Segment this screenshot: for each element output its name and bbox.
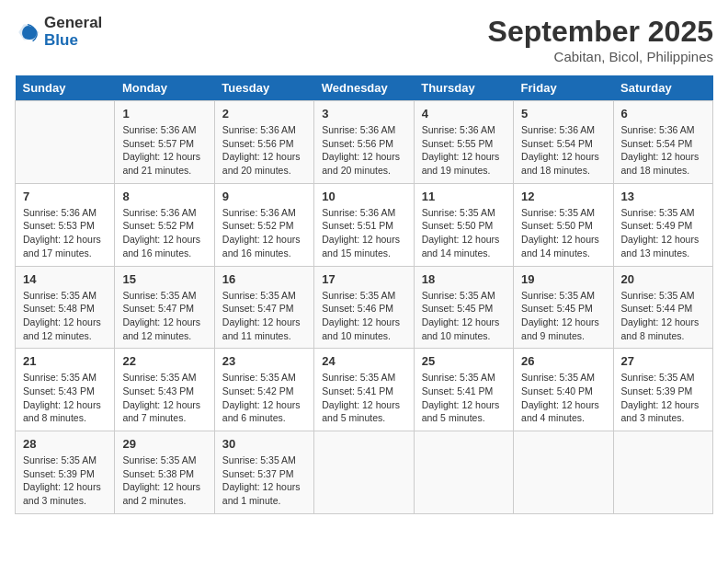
calendar-cell: 24Sunrise: 5:35 AM Sunset: 5:41 PM Dayli… bbox=[314, 349, 414, 431]
day-info: Sunrise: 5:35 AM Sunset: 5:37 PM Dayligh… bbox=[222, 454, 306, 508]
day-info: Sunrise: 5:35 AM Sunset: 5:43 PM Dayligh… bbox=[23, 371, 107, 425]
calendar-table: SundayMondayTuesdayWednesdayThursdayFrid… bbox=[15, 75, 713, 514]
header-thursday: Thursday bbox=[414, 75, 513, 101]
day-info: Sunrise: 5:35 AM Sunset: 5:38 PM Dayligh… bbox=[122, 454, 206, 508]
calendar-cell: 9Sunrise: 5:36 AM Sunset: 5:52 PM Daylig… bbox=[214, 183, 313, 266]
page-header: General Blue September 2025 Cabitan, Bic… bbox=[15, 15, 713, 64]
day-info: Sunrise: 5:35 AM Sunset: 5:44 PM Dayligh… bbox=[621, 289, 705, 343]
calendar-cell: 25Sunrise: 5:35 AM Sunset: 5:41 PM Dayli… bbox=[414, 349, 513, 431]
header-saturday: Saturday bbox=[613, 75, 712, 101]
day-number: 28 bbox=[23, 437, 107, 451]
calendar-cell: 10Sunrise: 5:36 AM Sunset: 5:51 PM Dayli… bbox=[314, 183, 414, 266]
calendar-cell bbox=[514, 431, 613, 514]
day-number: 15 bbox=[122, 272, 206, 286]
header-monday: Monday bbox=[115, 75, 214, 101]
day-info: Sunrise: 5:36 AM Sunset: 5:52 PM Dayligh… bbox=[122, 206, 206, 260]
calendar-week-row: 14Sunrise: 5:35 AM Sunset: 5:48 PM Dayli… bbox=[16, 266, 713, 349]
day-info: Sunrise: 5:36 AM Sunset: 5:56 PM Dayligh… bbox=[222, 123, 306, 178]
calendar-cell: 2Sunrise: 5:36 AM Sunset: 5:56 PM Daylig… bbox=[214, 101, 313, 184]
calendar-cell: 13Sunrise: 5:35 AM Sunset: 5:49 PM Dayli… bbox=[613, 183, 712, 266]
day-number: 27 bbox=[621, 354, 705, 368]
day-info: Sunrise: 5:36 AM Sunset: 5:52 PM Dayligh… bbox=[222, 206, 306, 260]
day-number: 22 bbox=[122, 354, 206, 368]
logo-text: General Blue bbox=[44, 15, 102, 49]
header-wednesday: Wednesday bbox=[314, 75, 414, 101]
day-number: 25 bbox=[422, 354, 506, 368]
day-info: Sunrise: 5:35 AM Sunset: 5:43 PM Dayligh… bbox=[122, 371, 206, 425]
day-info: Sunrise: 5:35 AM Sunset: 5:49 PM Dayligh… bbox=[621, 206, 705, 260]
title-block: September 2025 Cabitan, Bicol, Philippin… bbox=[488, 15, 713, 64]
day-info: Sunrise: 5:35 AM Sunset: 5:45 PM Dayligh… bbox=[521, 289, 605, 343]
calendar-cell: 17Sunrise: 5:35 AM Sunset: 5:46 PM Dayli… bbox=[314, 266, 414, 349]
calendar-cell: 27Sunrise: 5:35 AM Sunset: 5:39 PM Dayli… bbox=[613, 349, 712, 431]
day-number: 4 bbox=[422, 107, 506, 121]
day-info: Sunrise: 5:35 AM Sunset: 5:50 PM Dayligh… bbox=[422, 206, 506, 260]
calendar-title: September 2025 bbox=[488, 15, 713, 49]
calendar-week-row: 7Sunrise: 5:36 AM Sunset: 5:53 PM Daylig… bbox=[16, 183, 713, 266]
calendar-cell: 16Sunrise: 5:35 AM Sunset: 5:47 PM Dayli… bbox=[214, 266, 313, 349]
day-number: 3 bbox=[322, 107, 405, 121]
calendar-cell: 8Sunrise: 5:36 AM Sunset: 5:52 PM Daylig… bbox=[115, 183, 214, 266]
calendar-cell bbox=[314, 431, 414, 514]
calendar-cell: 22Sunrise: 5:35 AM Sunset: 5:43 PM Dayli… bbox=[115, 349, 214, 431]
day-number: 8 bbox=[122, 190, 206, 203]
day-number: 29 bbox=[122, 437, 206, 451]
day-number: 6 bbox=[621, 107, 705, 121]
day-number: 9 bbox=[222, 190, 306, 203]
calendar-cell bbox=[613, 431, 712, 514]
day-number: 16 bbox=[222, 272, 306, 286]
header-tuesday: Tuesday bbox=[214, 75, 313, 101]
calendar-cell: 11Sunrise: 5:35 AM Sunset: 5:50 PM Dayli… bbox=[414, 183, 513, 266]
day-info: Sunrise: 5:36 AM Sunset: 5:51 PM Dayligh… bbox=[322, 206, 405, 260]
calendar-cell: 12Sunrise: 5:35 AM Sunset: 5:50 PM Dayli… bbox=[514, 183, 613, 266]
day-number: 7 bbox=[23, 190, 107, 203]
day-number: 18 bbox=[422, 272, 506, 286]
logo-icon bbox=[15, 19, 40, 45]
calendar-header-row: SundayMondayTuesdayWednesdayThursdayFrid… bbox=[16, 75, 713, 101]
day-info: Sunrise: 5:35 AM Sunset: 5:41 PM Dayligh… bbox=[322, 371, 405, 425]
day-info: Sunrise: 5:36 AM Sunset: 5:55 PM Dayligh… bbox=[422, 123, 506, 178]
calendar-cell: 21Sunrise: 5:35 AM Sunset: 5:43 PM Dayli… bbox=[16, 349, 115, 431]
calendar-cell: 26Sunrise: 5:35 AM Sunset: 5:40 PM Dayli… bbox=[514, 349, 613, 431]
header-sunday: Sunday bbox=[16, 75, 115, 101]
day-number: 14 bbox=[23, 272, 107, 286]
calendar-cell: 29Sunrise: 5:35 AM Sunset: 5:38 PM Dayli… bbox=[115, 431, 214, 514]
calendar-cell: 5Sunrise: 5:36 AM Sunset: 5:54 PM Daylig… bbox=[514, 101, 613, 184]
day-info: Sunrise: 5:35 AM Sunset: 5:42 PM Dayligh… bbox=[222, 371, 306, 425]
calendar-cell: 19Sunrise: 5:35 AM Sunset: 5:45 PM Dayli… bbox=[514, 266, 613, 349]
day-info: Sunrise: 5:36 AM Sunset: 5:57 PM Dayligh… bbox=[122, 123, 206, 178]
day-info: Sunrise: 5:35 AM Sunset: 5:45 PM Dayligh… bbox=[422, 289, 506, 343]
logo: General Blue bbox=[15, 15, 102, 49]
day-info: Sunrise: 5:35 AM Sunset: 5:50 PM Dayligh… bbox=[521, 206, 605, 260]
calendar-cell: 20Sunrise: 5:35 AM Sunset: 5:44 PM Dayli… bbox=[613, 266, 712, 349]
day-number: 26 bbox=[521, 354, 605, 368]
day-number: 2 bbox=[222, 107, 306, 121]
day-info: Sunrise: 5:35 AM Sunset: 5:47 PM Dayligh… bbox=[122, 289, 206, 343]
day-number: 11 bbox=[422, 190, 506, 203]
day-number: 10 bbox=[322, 190, 405, 203]
day-number: 23 bbox=[222, 354, 306, 368]
calendar-week-row: 21Sunrise: 5:35 AM Sunset: 5:43 PM Dayli… bbox=[16, 349, 713, 431]
calendar-cell: 7Sunrise: 5:36 AM Sunset: 5:53 PM Daylig… bbox=[16, 183, 115, 266]
day-info: Sunrise: 5:36 AM Sunset: 5:54 PM Dayligh… bbox=[621, 123, 705, 178]
calendar-cell: 30Sunrise: 5:35 AM Sunset: 5:37 PM Dayli… bbox=[214, 431, 313, 514]
day-info: Sunrise: 5:35 AM Sunset: 5:39 PM Dayligh… bbox=[23, 454, 107, 508]
calendar-cell: 23Sunrise: 5:35 AM Sunset: 5:42 PM Dayli… bbox=[214, 349, 313, 431]
day-info: Sunrise: 5:35 AM Sunset: 5:46 PM Dayligh… bbox=[322, 289, 405, 343]
day-info: Sunrise: 5:35 AM Sunset: 5:41 PM Dayligh… bbox=[422, 371, 506, 425]
day-number: 20 bbox=[621, 272, 705, 286]
header-friday: Friday bbox=[514, 75, 613, 101]
day-info: Sunrise: 5:35 AM Sunset: 5:39 PM Dayligh… bbox=[621, 371, 705, 425]
calendar-week-row: 1Sunrise: 5:36 AM Sunset: 5:57 PM Daylig… bbox=[16, 101, 713, 184]
day-number: 19 bbox=[521, 272, 605, 286]
calendar-subtitle: Cabitan, Bicol, Philippines bbox=[488, 49, 713, 64]
calendar-cell: 14Sunrise: 5:35 AM Sunset: 5:48 PM Dayli… bbox=[16, 266, 115, 349]
day-number: 12 bbox=[521, 190, 605, 203]
calendar-cell: 28Sunrise: 5:35 AM Sunset: 5:39 PM Dayli… bbox=[16, 431, 115, 514]
day-number: 24 bbox=[322, 354, 405, 368]
calendar-cell: 4Sunrise: 5:36 AM Sunset: 5:55 PM Daylig… bbox=[414, 101, 513, 184]
day-info: Sunrise: 5:35 AM Sunset: 5:48 PM Dayligh… bbox=[23, 289, 107, 343]
calendar-cell bbox=[414, 431, 513, 514]
day-number: 1 bbox=[122, 107, 206, 121]
day-number: 17 bbox=[322, 272, 405, 286]
